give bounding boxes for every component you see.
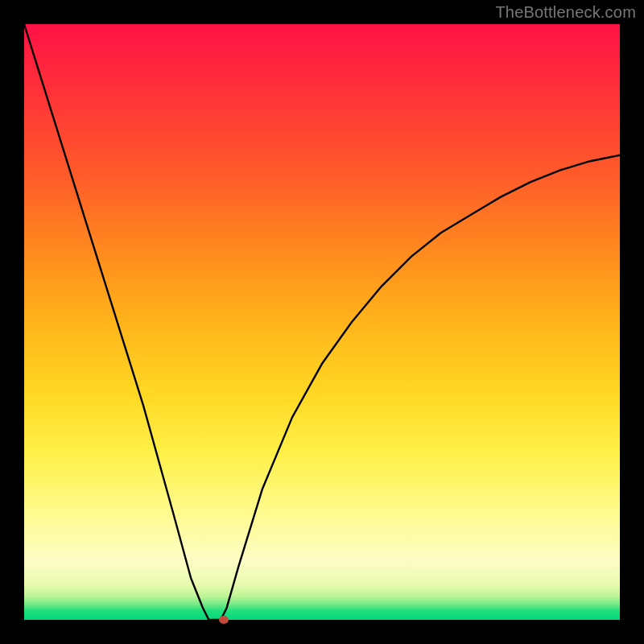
minimum-marker <box>219 616 229 624</box>
curve-svg <box>24 24 620 620</box>
watermark-text: TheBottleneck.com <box>495 3 636 22</box>
plot-region <box>24 24 620 620</box>
bottleneck-curve <box>24 24 620 620</box>
chart-frame: TheBottleneck.com <box>0 0 644 644</box>
